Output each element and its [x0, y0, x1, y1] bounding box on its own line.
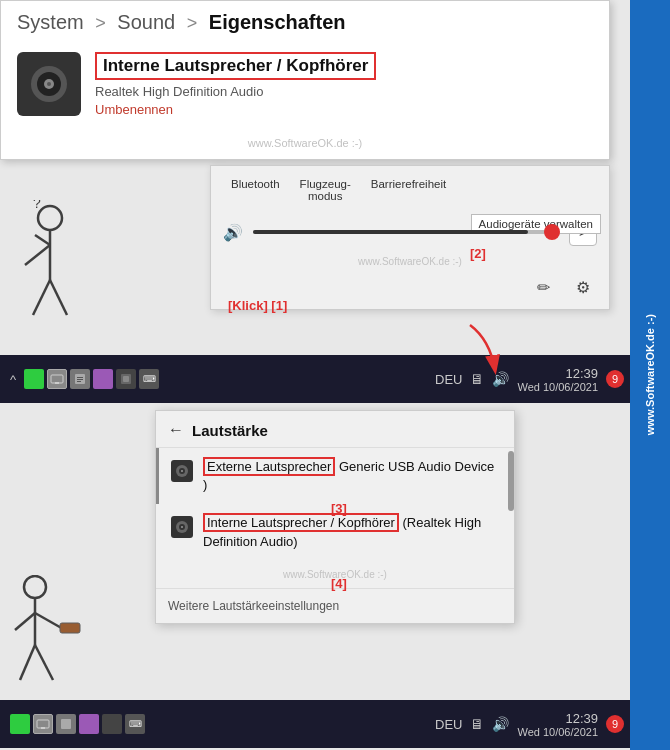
speaker-icon — [17, 52, 81, 116]
tab-bluetooth[interactable]: Bluetooth — [221, 174, 290, 206]
rename-link[interactable]: Umbenennen — [95, 102, 593, 117]
tray-bottom-kb[interactable]: ⌨ — [125, 714, 145, 734]
flyout-item-2-icon — [171, 516, 193, 538]
slider-fill — [253, 230, 528, 234]
breadcrumb-system: System — [17, 11, 84, 33]
stickman-think: ? — [5, 200, 95, 344]
taskbar-bottom-monitor[interactable]: 🖥 — [470, 716, 484, 732]
tray-icon-green[interactable] — [24, 369, 44, 389]
svg-text:?: ? — [33, 200, 41, 211]
svg-line-8 — [35, 235, 50, 245]
settings-tabs: Bluetooth Flugzeug- modus Barrierefreihe… — [211, 166, 609, 206]
time-block: 12:39 Wed 10/06/2021 — [517, 366, 598, 393]
clock-date: Wed 10/06/2021 — [517, 381, 598, 393]
clock-date-bottom: Wed 10/06/2021 — [517, 726, 598, 738]
scrollbar-thumb — [508, 451, 514, 511]
tray-icon-gray[interactable] — [70, 369, 90, 389]
taskbar-icons: ⌨ — [20, 369, 435, 389]
svg-rect-15 — [77, 377, 83, 378]
flyout-item-1[interactable]: Externe Lautsprecher Generic USB Audio D… — [156, 448, 514, 504]
tray-bottom-dark[interactable] — [102, 714, 122, 734]
volume-icon: 🔊 — [223, 223, 243, 242]
breadcrumb-sep2: > — [187, 13, 198, 33]
flyout-title: Lautstärke — [192, 422, 268, 439]
speaker-svg — [27, 62, 71, 106]
taskbar-bottom-vol[interactable]: 🔊 — [492, 716, 509, 732]
notification-badge[interactable]: 9 — [606, 370, 624, 388]
volume-flyout: ← Lautstärke [3] Externe Lautsprecher Ge… — [155, 410, 515, 624]
clock-time: 12:39 — [517, 366, 598, 381]
panel-watermark: www.SoftwareOK.de :-) — [211, 254, 609, 269]
tab-barriere[interactable]: Barrierefreiheit — [361, 174, 456, 206]
gear-button[interactable]: ⚙ — [569, 273, 597, 301]
watermark-text: www.SoftwareOK.de :-) — [644, 314, 656, 435]
tray-bottom-purple[interactable] — [79, 714, 99, 734]
breadcrumb-sound: Sound — [117, 11, 175, 33]
volume-slider[interactable] — [253, 230, 559, 234]
label-2: [2] — [470, 246, 486, 261]
svg-rect-34 — [41, 727, 45, 729]
svg-rect-19 — [123, 376, 129, 382]
breadcrumb-sep1: > — [95, 13, 106, 33]
flyout-back-button[interactable]: ← — [168, 421, 184, 439]
svg-line-32 — [35, 645, 53, 680]
label-4: [4] — [331, 576, 347, 591]
svg-rect-13 — [55, 382, 59, 384]
tray-icon-purple[interactable] — [93, 369, 113, 389]
svg-line-31 — [20, 645, 35, 680]
gear-icon: ⚙ — [576, 278, 590, 297]
settings-panel: Bluetooth Flugzeug- modus Barrierefreihe… — [210, 165, 610, 310]
tray-icon-screen[interactable] — [47, 369, 67, 389]
svg-line-30 — [15, 613, 35, 630]
tray-bottom-screen[interactable] — [33, 714, 53, 734]
flyout-item-2-label: Interne Lautsprecher / Kopfhörer — [203, 513, 399, 532]
svg-point-25 — [181, 526, 183, 528]
taskbar-bottom-right: DEU 🖥 🔊 12:39 Wed 10/06/2021 9 — [435, 711, 624, 738]
breadcrumb: System > Sound > Eigenschaften — [1, 1, 609, 42]
slider-dot — [544, 224, 560, 240]
svg-rect-33 — [37, 720, 49, 728]
breadcrumb-properties: Eigenschaften — [209, 11, 346, 33]
clock-time-bottom: 12:39 — [517, 711, 598, 726]
taskbar-top: ^ ⌨ DEU 🖥 🔊 — [0, 355, 630, 403]
pencil-icon: ✏ — [537, 278, 550, 297]
flyout-item-2-text: Interne Lautsprecher / Kopfhörer (Realte… — [203, 514, 502, 550]
flyout-footer[interactable]: Weitere Lautstärkeeinstellungen — [156, 588, 514, 623]
tray-bottom-gray[interactable] — [56, 714, 76, 734]
device-section: Interne Lautsprecher / Kopfhörer Realtek… — [1, 42, 609, 133]
tab-flugzeug[interactable]: Flugzeug- modus — [290, 174, 361, 206]
svg-rect-16 — [77, 379, 83, 380]
notif-badge-bottom[interactable]: 9 — [606, 715, 624, 733]
flyout-item-1-label: Externe Lautsprecher — [203, 457, 335, 476]
svg-rect-29 — [60, 623, 80, 633]
flyout-header: ← Lautstärke — [156, 411, 514, 448]
svg-line-9 — [33, 280, 50, 315]
svg-rect-17 — [77, 381, 81, 382]
label-3: [3] — [331, 501, 347, 516]
red-arrow-taskbar — [440, 320, 520, 380]
lang-bottom: DEU — [435, 717, 462, 732]
svg-point-3 — [47, 82, 51, 86]
tray-icon-dark[interactable] — [116, 369, 136, 389]
properties-window: System > Sound > Eigenschaften Interne L… — [0, 0, 610, 160]
taskbar-chevron[interactable]: ^ — [6, 370, 20, 389]
time-block-bottom: 12:39 Wed 10/06/2021 — [517, 711, 598, 738]
pencil-button[interactable]: ✏ — [529, 273, 557, 301]
svg-point-22 — [181, 470, 183, 472]
flyout-item-1-icon — [171, 460, 193, 482]
device-subtitle: Realtek High Definition Audio — [95, 84, 593, 99]
device-info: Interne Lautsprecher / Kopfhörer Realtek… — [95, 52, 593, 117]
label-click-1: [Klick] [1] — [228, 298, 287, 313]
taskbar-bottom: ⌨ DEU 🖥 🔊 12:39 Wed 10/06/2021 9 — [0, 700, 630, 748]
stickman-hammer — [5, 575, 95, 709]
svg-point-26 — [24, 576, 46, 598]
flyout-item-1-text: Externe Lautsprecher Generic USB Audio D… — [203, 458, 502, 494]
svg-line-10 — [50, 280, 67, 315]
mid-watermark: www.SoftwareOK.de :-) — [1, 133, 609, 159]
svg-point-4 — [38, 206, 62, 230]
device-name: Interne Lautsprecher / Kopfhörer — [95, 52, 376, 80]
svg-line-7 — [25, 245, 50, 265]
svg-rect-35 — [61, 719, 71, 729]
tray-icon-keyboard[interactable]: ⌨ — [139, 369, 159, 389]
tray-bottom-green[interactable] — [10, 714, 30, 734]
